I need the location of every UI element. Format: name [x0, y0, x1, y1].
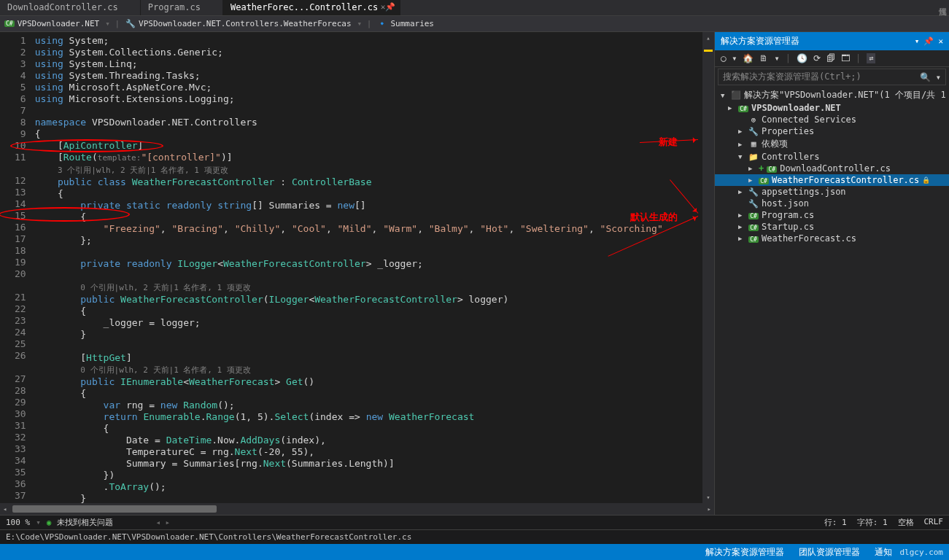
search-placeholder: 搜索解决方案资源管理器(Ctrl+;) — [723, 71, 861, 83]
tree-item[interactable]: ▶C#VPSDownloader.NET — [715, 102, 949, 114]
watermark: dlgcy.com — [899, 548, 943, 557]
editor-status-bar: 100 % ▾ ◉ 未找到相关问题 ◂ ▸ 行: 1 字符: 1 空格 CRLF — [0, 515, 949, 529]
tree-item[interactable]: ▶🔧appsettings.json — [715, 186, 949, 198]
tree-item[interactable]: ▶+ C#DownloadController.cs — [715, 163, 949, 174]
breadcrumb-bar: C# VPSDownloader.NET ▾ | 🔧 VPSDownloader… — [0, 16, 949, 32]
panel-title-text: 解决方案资源管理器 — [721, 35, 799, 47]
scroll-up-icon[interactable]: ▴ — [702, 32, 714, 44]
zoom-level[interactable]: 100 % — [6, 518, 30, 527]
tab-bar: DownloadController.csProgram.csWeatherFo… — [0, 0, 949, 16]
back-icon[interactable]: ◯ — [721, 53, 726, 63]
right-edge-label: 属性 — [935, 0, 949, 3]
tree-item[interactable]: 🔧host.json — [715, 198, 949, 209]
properties-icon[interactable]: 🗔 — [841, 53, 850, 63]
horizontal-scrollbar[interactable]: ◂ ▸ — [0, 503, 714, 515]
editor-tab[interactable]: DownloadController.cs — [0, 0, 141, 15]
line-label: 行: 1 — [824, 517, 847, 528]
panel-toolbar: ◯ ▾ 🏠 🗎 ▾ | 🕓 ⟳ 🗐 🗔 | ⇄ — [715, 50, 949, 67]
line-gutter: 1 2 3 4 5 6 7 8 9 10 11 12 13 14 15 16 1… — [0, 32, 35, 503]
indent-mode[interactable]: 空格 — [898, 517, 914, 528]
solution-icon: ⬛ — [731, 90, 741, 100]
close-icon[interactable]: ✕ — [381, 2, 386, 12]
member-crumb[interactable]: 🔹 Summaries — [377, 19, 434, 28]
sync-icon[interactable]: 🕓 — [797, 53, 807, 63]
save-all-icon[interactable]: 🗎 — [759, 53, 768, 63]
tree-item[interactable]: ▶🔧Properties — [715, 125, 949, 137]
show-all-icon[interactable]: 🗐 — [826, 53, 835, 63]
code-editor[interactable]: 1 2 3 4 5 6 7 8 9 10 11 12 13 14 15 16 1… — [0, 32, 714, 503]
dropdown-icon[interactable]: ▾ — [915, 36, 920, 46]
bottom-tab-team[interactable]: 团队资源管理器 — [791, 546, 867, 559]
project-crumb[interactable]: C# VPSDownloader.NET — [4, 19, 99, 28]
solution-root[interactable]: ▼ ⬛ 解决方案"VPSDownloader.NET"(1 个项目/共 1 — [715, 88, 949, 102]
nav-sep: ▾ | — [357, 19, 372, 28]
tree-item[interactable]: ▶▦依赖项 — [715, 137, 949, 151]
vertical-scrollbar[interactable]: ▴ ▾ — [702, 32, 714, 503]
bottom-tab-bar: 解决方案资源管理器 团队资源管理器 通知 dlgcy.com — [0, 544, 949, 560]
lock-icon: 🔒 — [922, 176, 930, 184]
col-label: 字符: 1 — [857, 517, 888, 528]
tree-item[interactable]: ▼📁Controllers — [715, 151, 949, 163]
scroll-down-icon[interactable]: ▾ — [702, 491, 714, 503]
tree-item[interactable]: ▶C#Startup.cs — [715, 221, 949, 233]
issues-ok-icon: ◉ — [47, 518, 52, 527]
issues-text[interactable]: 未找到相关问题 — [57, 517, 113, 528]
panel-title-bar: 解决方案资源管理器 ▾ 📌 ✕ — [715, 32, 949, 50]
bottom-tab-notify[interactable]: 通知 — [867, 546, 899, 559]
close-icon[interactable]: ✕ — [938, 36, 943, 46]
pin-icon[interactable]: 📌 — [923, 36, 934, 46]
line-ending[interactable]: CRLF — [924, 517, 944, 528]
namespace-crumb[interactable]: 🔧 VPSDownloader.NET.Controllers.WeatherF… — [125, 19, 351, 28]
hscroll-thumb[interactable] — [12, 505, 217, 513]
home-icon[interactable]: 🏠 — [743, 53, 754, 63]
code-content[interactable]: using System; using System.Collections.G… — [35, 32, 702, 503]
warning-marker — [704, 50, 713, 52]
tree-item[interactable]: ▶C#WeatherForecastController.cs 🔒 — [715, 174, 949, 186]
view-mode-icon[interactable]: ⇄ — [867, 53, 875, 63]
bottom-tab-solution[interactable]: 解决方案资源管理器 — [698, 546, 791, 559]
tree-item[interactable]: ▶C#Program.cs — [715, 209, 949, 221]
refresh-icon[interactable]: ⟳ — [813, 53, 821, 63]
tree-item[interactable]: ⊕Connected Services — [715, 114, 949, 125]
fwd-icon[interactable]: ▾ — [732, 53, 737, 63]
file-path-bar: E:\Code\VPSDownloader.NET\VPSDownloader.… — [0, 529, 949, 544]
pin-icon[interactable]: 📌 — [385, 2, 395, 12]
solution-explorer: 解决方案资源管理器 ▾ 📌 ✕ ◯ ▾ 🏠 🗎 ▾ | 🕓 ⟳ 🗐 🗔 | — [714, 32, 949, 515]
editor-tab[interactable]: Program.cs — [141, 0, 223, 15]
nav-sep: ▾ | — [105, 19, 120, 28]
solution-tree[interactable]: ▼ ⬛ 解决方案"VPSDownloader.NET"(1 个项目/共 1 ▶C… — [715, 87, 949, 515]
search-icon[interactable]: 🔍 ▾ — [920, 72, 941, 82]
collapse-icon[interactable]: ▾ — [774, 53, 779, 63]
solution-search[interactable]: 搜索解决方案资源管理器(Ctrl+;) 🔍 ▾ — [718, 69, 946, 85]
tree-item[interactable]: ▶C#WeatherForecast.cs — [715, 233, 949, 244]
editor-tab[interactable]: WeatherForec...Controller.cs📌✕ — [223, 0, 400, 15]
